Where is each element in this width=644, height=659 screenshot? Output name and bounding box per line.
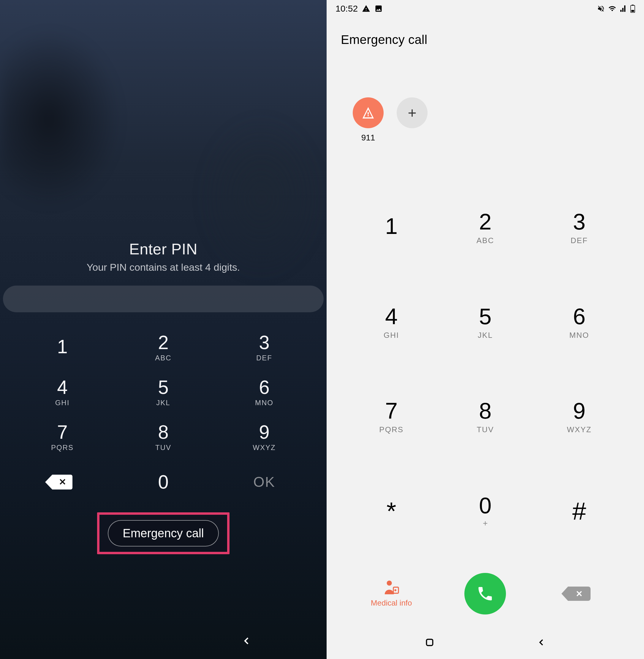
- pin-key-3[interactable]: 3DEF: [220, 326, 309, 369]
- svg-rect-1: [632, 5, 634, 6]
- dialkey-1[interactable]: 1: [344, 189, 438, 266]
- nav-back-button[interactable]: [240, 634, 252, 650]
- delete-icon: ✕: [568, 587, 591, 601]
- dialkey-4[interactable]: 4GHI: [344, 284, 438, 361]
- emergency-dialer: 10:52 Emergency call 911 +: [327, 0, 644, 659]
- lock-screen: Enter PIN Your PIN contains at least 4 d…: [0, 0, 327, 659]
- nav-back-button[interactable]: [536, 637, 547, 649]
- call-button[interactable]: [464, 573, 506, 614]
- medical-info-icon: [383, 580, 400, 595]
- dialer-title: Emergency call: [327, 17, 644, 56]
- phone-icon: [476, 585, 494, 603]
- dialkey-5[interactable]: 5JKL: [438, 284, 532, 361]
- pin-key-5[interactable]: 5JKL: [119, 371, 208, 414]
- pin-key-8[interactable]: 8TUV: [119, 416, 208, 458]
- pin-key-9[interactable]: 9WXYZ: [220, 416, 309, 458]
- plus-icon: +: [397, 97, 428, 128]
- add-contact-button[interactable]: +: [397, 97, 428, 142]
- battery-icon: [630, 4, 635, 13]
- emergency-highlight: Emergency call: [97, 512, 229, 554]
- lock-subtitle: Your PIN contains at least 4 digits.: [87, 261, 240, 273]
- warning-icon: [362, 4, 370, 13]
- dialkey-hash[interactable]: #: [532, 473, 626, 549]
- delete-button[interactable]: ✕: [568, 587, 591, 601]
- pin-ok[interactable]: OK: [220, 461, 309, 503]
- pin-backspace[interactable]: ✕: [18, 461, 107, 503]
- pin-key-6[interactable]: 6MNO: [220, 371, 309, 414]
- backspace-icon: ✕: [52, 475, 72, 490]
- wifi-icon: [608, 5, 617, 13]
- pin-input[interactable]: [3, 286, 324, 312]
- mute-icon: [597, 5, 605, 13]
- status-bar: 10:52: [327, 0, 644, 17]
- dialkey-8[interactable]: 8TUV: [438, 379, 532, 456]
- pin-key-2[interactable]: 2ABC: [119, 326, 208, 369]
- nav-recent-button[interactable]: [424, 637, 435, 649]
- dialkey-6[interactable]: 6MNO: [532, 284, 626, 361]
- dialkey-star[interactable]: *: [344, 473, 438, 549]
- medical-info-button[interactable]: Medical info: [344, 580, 438, 608]
- dialkey-7[interactable]: 7PQRS: [344, 379, 438, 456]
- pin-key-0[interactable]: 0: [119, 461, 208, 503]
- pin-keypad: 1 2ABC 3DEF 4GHI 5JKL 6MNO 7PQRS 8TUV 9W…: [0, 320, 327, 503]
- dialkey-9[interactable]: 9WXYZ: [532, 379, 626, 456]
- dialkey-2[interactable]: 2ABC: [438, 189, 532, 266]
- dialkey-0[interactable]: 0+: [438, 473, 532, 549]
- dialkey-3[interactable]: 3DEF: [532, 189, 626, 266]
- image-icon: [374, 4, 383, 13]
- svg-rect-5: [427, 639, 433, 645]
- dialpad: 1 2ABC 3DEF 4GHI 5JKL 6MNO 7PQRS 8TUV 9W…: [327, 157, 644, 561]
- svg-rect-2: [631, 10, 634, 12]
- emergency-contacts-row: 911 +: [327, 56, 644, 157]
- emergency-contact-911[interactable]: 911: [353, 97, 384, 142]
- svg-point-3: [387, 580, 392, 585]
- emergency-contact-label: 911: [361, 133, 375, 142]
- dialer-actions: Medical info ✕: [327, 561, 644, 632]
- pin-key-4[interactable]: 4GHI: [18, 371, 107, 414]
- nav-bar: [327, 632, 644, 659]
- emergency-icon: [353, 97, 384, 128]
- lock-title: Enter PIN: [129, 240, 198, 258]
- emergency-call-button[interactable]: Emergency call: [108, 520, 218, 546]
- medical-info-label: Medical info: [371, 598, 412, 608]
- pin-key-7[interactable]: 7PQRS: [18, 416, 107, 458]
- status-time: 10:52: [336, 4, 358, 14]
- signal-icon: [620, 5, 627, 13]
- pin-key-1[interactable]: 1: [18, 326, 107, 369]
